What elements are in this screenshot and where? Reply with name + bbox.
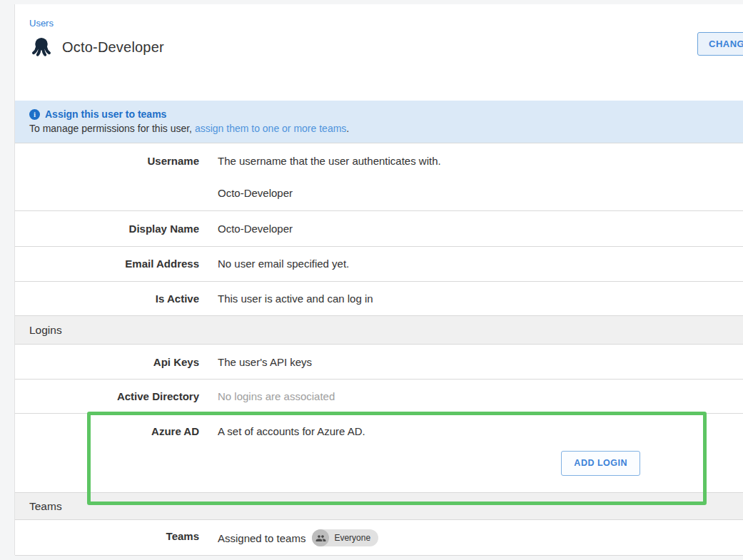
active-directory-label: Active Directory (15, 390, 199, 403)
display-name-row: Display Name Octo-Developer (15, 211, 743, 247)
azure-ad-actions: ADD LOGIN (218, 451, 640, 476)
banner-text-before: To manage permissions for this user, (29, 123, 195, 134)
user-form: Username The username that the user auth… (15, 143, 743, 556)
banner-body: To manage permissions for this user, ass… (29, 121, 729, 136)
api-keys-row: Api Keys The user's API keys (15, 345, 743, 380)
azure-ad-row: Azure AD A set of accounts for Azure AD.… (15, 414, 743, 493)
username-value: Octo-Developer (218, 186, 640, 200)
team-chip-label: Everyone (329, 531, 378, 545)
is-active-row: Is Active This user is active and can lo… (15, 282, 743, 316)
info-icon: i (29, 109, 40, 120)
teams-value: Assigned to teams (218, 531, 305, 545)
logins-section-header: Logins (15, 316, 743, 345)
add-login-button[interactable]: ADD LOGIN (561, 451, 640, 476)
display-name-value: Octo-Developer (218, 222, 640, 235)
email-label: Email Address (15, 257, 199, 270)
username-row: Username The username that the user auth… (15, 143, 743, 211)
is-active-value: This user is active and can log in (218, 292, 640, 305)
email-value: No user email specified yet. (218, 257, 640, 270)
title-row: Octo-Developer (31, 36, 164, 58)
banner-title-row: i Assign this user to teams (29, 107, 729, 121)
teams-section-header: Teams (15, 493, 743, 520)
assign-teams-link[interactable]: assign them to one or more teams (195, 123, 346, 134)
username-help: The username that the user authenticates… (218, 154, 640, 168)
breadcrumb-users-link[interactable]: Users (29, 18, 54, 29)
teams-value-col: Assigned to teams Everyone (218, 529, 640, 546)
email-row: Email Address No user email specified ye… (15, 247, 743, 282)
active-directory-row: Active Directory No logins are associate… (15, 380, 743, 414)
username-value-col: The username that the user authenticates… (218, 154, 640, 200)
team-chip-everyone[interactable]: Everyone (312, 529, 378, 546)
active-directory-value: No logins are associated (218, 390, 640, 403)
teams-row: Teams Assigned to teams Everyone (15, 520, 743, 556)
api-keys-label: Api Keys (15, 355, 199, 369)
assign-teams-banner: i Assign this user to teams To manage pe… (15, 101, 743, 143)
banner-title: Assign this user to teams (45, 107, 166, 121)
username-label: Username (15, 154, 199, 200)
display-name-label: Display Name (15, 222, 199, 235)
group-icon (312, 529, 329, 546)
teams-label: Teams (15, 529, 199, 546)
user-detail-card: Users Octo-Developer CHANGE i Assign (14, 4, 743, 555)
page-title: Octo-Developer (62, 39, 164, 56)
change-button[interactable]: CHANGE (697, 32, 743, 56)
azure-ad-value: A set of accounts for Azure AD. (218, 424, 640, 438)
api-keys-value: The user's API keys (218, 355, 640, 369)
azure-ad-label: Azure AD (15, 424, 199, 476)
page-header: Users Octo-Developer CHANGE (15, 4, 743, 101)
is-active-label: Is Active (15, 292, 199, 305)
azure-ad-value-col: A set of accounts for Azure AD. ADD LOGI… (218, 424, 640, 476)
banner-text-after: . (346, 123, 349, 134)
octopus-icon (31, 36, 52, 58)
